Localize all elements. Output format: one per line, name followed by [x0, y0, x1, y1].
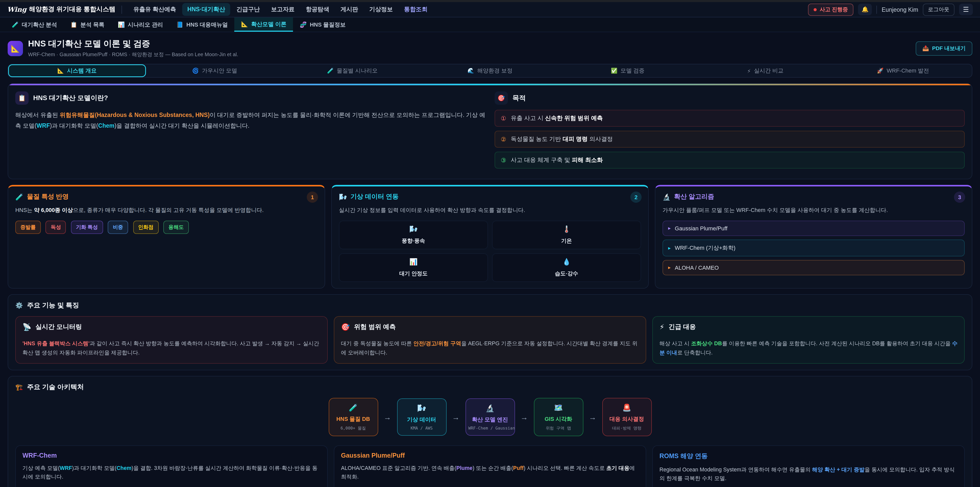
pdf-export-label: PDF 내보내기: [932, 45, 966, 52]
subnav-dispersion-analysis[interactable]: 🧪 대기확산 분석: [5, 18, 64, 32]
pillar-description: HNS는 약 6,000종 이상으로, 종류가 매우 다양합니다. 각 물질의 …: [15, 206, 318, 215]
menu-item-oil-spill[interactable]: 유출유 확산예측: [128, 3, 181, 16]
logo-text: 해양환경 위기대응 통합시스템: [29, 5, 116, 14]
feature-risk-range-prediction: 🎯 위험 범위 예측 대기 중 독성물질 농도에 따른 안전/경고/위험 구역을…: [334, 316, 646, 364]
app-logo[interactable]: Wing 해양환경 위기대응 통합시스템: [7, 5, 116, 14]
tab-realtime-comparison[interactable]: ⚡ 실시간 비교: [697, 64, 834, 77]
wave-icon: 🌊: [468, 67, 474, 74]
tag-solubility: 용해도: [163, 220, 189, 234]
menu-item-board[interactable]: 게시판: [335, 3, 363, 16]
bar-chart-icon: 📊: [342, 258, 485, 266]
property-tags: 증발률 독성 기화 특성 비중 인화점 용해도: [15, 220, 318, 236]
zones-highlight: 안전/경고/위험 구역: [414, 340, 461, 346]
navbar-right: 사고 진행중 🔔 Eunjeong Kim 로그아웃 ☰: [808, 3, 973, 16]
features-section: ⚙️ 주요 기능 및 특징 📡 실시간 모니터링 'HNS 유출 블랙박스 시스…: [8, 294, 972, 370]
subnav-hns-substance-info[interactable]: 🧬 HNS 물질정보: [293, 18, 352, 32]
tab-marine-correction[interactable]: 🌊 해양환경 보정: [421, 64, 558, 77]
circled-three-icon: ③: [501, 156, 506, 164]
architecture-section: 🏗️ 주요 기술 아키텍처 🧪 HNS 물질 DB 6,000+ 물질 → 🌬️…: [8, 376, 972, 487]
page-title-block: HNS 대기확산 모델 이론 및 검증 WRF-Chem · Gaussian …: [28, 38, 238, 58]
step-number-badge: 2: [630, 192, 641, 203]
subnav-label: HNS 대응매뉴얼: [186, 21, 228, 28]
pillar-title: 기상 데이터 연동: [350, 193, 399, 201]
triangle-ruler-icon: 📐: [57, 67, 64, 74]
sub-navbar: 🧪 대기확산 분석 📋 분석 목록 📊 시나리오 관리 📘 HNS 대응매뉴얼 …: [0, 18, 980, 32]
purpose-item-1: ① 유출 사고 시 신속한 위험 범위 예측: [495, 110, 965, 127]
droplet-icon: 💧: [495, 258, 638, 266]
model-gaussian: Gaussian Plume/Puff ALOHA/CAMEO 표준 알고리즘 …: [334, 445, 646, 487]
theory-tab-bar: 📐 시스템 개요 🌀 가우시안 모델 🧪 물질별 시나리오 🌊 해양환경 보정 …: [8, 64, 972, 78]
menu-item-integrated-search[interactable]: 통합조회: [399, 3, 433, 16]
weather-grid: 🌬️ 풍향·풍속 🌡️ 기온 📊 대기 안정도 💧 습도·강수: [339, 220, 641, 282]
circled-two-icon: ②: [501, 136, 506, 143]
main-menu: 유출유 확산예측 HNS·대기확산 긴급구난 보고자료 항공탐색 게시판 기상정…: [128, 3, 433, 16]
model-specs: 계산시간: < 10초 / 정확도: ±10~40%: [341, 486, 639, 487]
purpose-card: 🎯 목적 ① 유출 사고 시 신속한 위험 범위 예측 ② 독성물질 농도 기반…: [495, 91, 965, 172]
page-header: 📐 HNS 대기확산 모델 이론 및 검증 WRF-Chem · Gaussia…: [8, 38, 972, 58]
arrow-right-icon: →: [520, 413, 528, 422]
window-chrome-strip: [0, 0, 980, 2]
flow-response-decision: 🚨 대응 의사결정 대피·방제 명령: [602, 398, 652, 436]
test-tube-icon: 🧪: [15, 193, 23, 201]
triangle-ruler-icon: 📐: [241, 21, 248, 27]
target-icon: 🎯: [495, 91, 508, 105]
tag-toxicity: 독성: [46, 220, 66, 234]
test-tube-icon: 🧪: [327, 67, 334, 74]
hns-highlight: 위험유해물질(Hazardous & Noxious Substances, H…: [60, 112, 210, 118]
features-title: 주요 기능 및 특징: [27, 301, 79, 310]
tab-gaussian-model[interactable]: 🌀 가우시안 모델: [146, 64, 283, 77]
gear-icon: ⚙️: [15, 302, 23, 309]
wrf-highlight: WRF: [37, 123, 50, 129]
tab-model-validation[interactable]: ✅ 모델 검증: [559, 64, 697, 77]
menu-item-hns-dispersion[interactable]: HNS·대기확산: [182, 3, 230, 16]
menu-item-reports[interactable]: 보고자료: [266, 3, 300, 16]
tab-wrf-chem-evolution[interactable]: 🚀 WRF-Chem 발전: [834, 64, 972, 77]
weather-stability: 📊 대기 안정도: [339, 253, 488, 282]
tab-substance-scenarios[interactable]: 🧪 물질별 시나리오: [283, 64, 421, 77]
subnav-scenario-management[interactable]: 📊 시나리오 관리: [111, 18, 170, 32]
hamburger-menu-button[interactable]: ☰: [959, 3, 973, 15]
construction-icon: 🏗️: [15, 383, 23, 391]
model-wrf-chem: WRF-Chem 기상 예측 모델(WRF)과 대기화학 모델(Chem)을 결…: [15, 445, 328, 487]
pillar-dispersion-algorithm: 🔬 확산 알고리즘 3 가우시안 플룸/퍼프 모델 또는 WRF-Chem 수치…: [655, 185, 972, 289]
pillar-title: 물질 특성 반영: [27, 193, 68, 201]
lightning-icon: ⚡: [659, 323, 665, 331]
bar-chart-icon: 📊: [118, 21, 124, 28]
subnav-model-theory[interactable]: 📐 확산모델 이론: [234, 18, 293, 32]
step-number-badge: 1: [307, 192, 318, 203]
weather-humidity: 💧 습도·강수: [492, 253, 641, 282]
page-subtitle: WRF-Chem · Gaussian Plume/Puff · ROMS · …: [28, 51, 238, 58]
tag-evaporation: 증발률: [15, 220, 41, 234]
triangle-bullet-icon: ▸: [668, 245, 671, 251]
tag-vaporization: 기화 특성: [71, 220, 103, 234]
weather-temperature: 🌡️ 기온: [492, 220, 641, 249]
flow-hns-db: 🧪 HNS 물질 DB 6,000+ 물질: [328, 398, 378, 436]
tab-label: 해양환경 보정: [477, 67, 512, 75]
blackbox-highlight: 'HNS 유출 블랙박스 시스템': [22, 340, 89, 346]
purpose-title: 목적: [512, 93, 526, 103]
menu-item-rescue[interactable]: 긴급구난: [231, 3, 265, 16]
algorithm-gaussian: ▸ Gaussian Plume/Puff: [662, 220, 965, 236]
menu-item-weather[interactable]: 기상정보: [364, 3, 398, 16]
dna-icon: 🧬: [300, 21, 307, 28]
export-icon: 📤: [922, 45, 929, 51]
purpose-item-2: ② 독성물질 농도 기반 대피 명령 의사결정: [495, 131, 965, 148]
page-title: HNS 대기확산 모델 이론 및 검증: [28, 38, 238, 49]
pillar-title: 확산 알고리즘: [674, 193, 714, 201]
notification-bell-button[interactable]: 🔔: [858, 3, 872, 15]
triangle-bullet-icon: ▸: [668, 225, 671, 231]
architecture-title: 주요 기술 아키텍처: [27, 383, 84, 392]
pdf-export-button[interactable]: 📤 PDF 내보내기: [916, 41, 972, 56]
menu-item-aerial-search[interactable]: 항공탐색: [301, 3, 334, 16]
triangle-ruler-icon: 📐: [11, 44, 20, 52]
target-icon: 🎯: [341, 323, 350, 331]
subnav-hns-manual[interactable]: 📘 HNS 대응매뉴얼: [170, 18, 234, 32]
intro-paragraph: 해상에서 유출된 위험유해물질(Hazardous & Noxious Subs…: [15, 110, 485, 131]
logout-button[interactable]: 로그아웃: [923, 3, 955, 16]
model-roms: ROMS 해양 연동 Regional Ocean Modeling Syste…: [652, 445, 965, 487]
clipboard-icon: 📋: [15, 91, 29, 105]
subnav-analysis-list[interactable]: 📋 분석 목록: [64, 18, 111, 32]
intro-purpose-section: 📋 HNS 대기확산 모델이란? 해상에서 유출된 위험유해물질(Hazardo…: [8, 83, 972, 179]
tab-system-overview[interactable]: 📐 시스템 개요: [8, 64, 146, 77]
wind-icon: 🌬️: [342, 225, 485, 233]
